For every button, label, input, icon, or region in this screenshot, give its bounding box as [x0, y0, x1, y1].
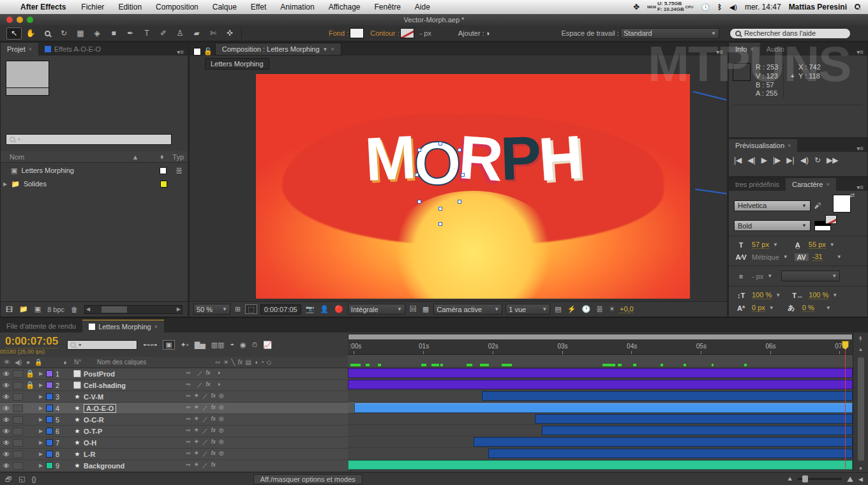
dropbox-icon[interactable]: ✥	[633, 3, 640, 11]
layer-name[interactable]: C-V-M	[84, 393, 186, 401]
layer-label-swatch[interactable]	[46, 428, 53, 435]
new-folder-icon[interactable]: 📁	[19, 305, 28, 313]
layer-disclosure-icon[interactable]: ▶	[36, 405, 46, 411]
layer-row-o-h[interactable]: 👁 ▶ 7 ★ O-H ∾ ☀ ／ fx ◎	[0, 437, 348, 449]
zoom-tool[interactable]	[40, 27, 55, 40]
layer-row-postprod[interactable]: 👁 🔒 ▶ 1 ⬜ PostProd ∾ ／ fx ◑	[0, 368, 348, 380]
layer-disclosure-icon[interactable]: ▶	[36, 451, 46, 457]
kerning-value[interactable]: Métrique	[752, 253, 779, 261]
layer-duration-bar[interactable]	[488, 449, 853, 458]
expand-layer-switches-icon[interactable]: 🗗	[5, 475, 12, 483]
quality-slash-icon[interactable]: ／	[202, 450, 208, 458]
layer-name[interactable]: O-T-P	[84, 428, 186, 435]
hand-tool[interactable]: ✋	[23, 27, 38, 40]
quality-slash-icon[interactable]: ／	[197, 369, 203, 378]
fill-color-swatch[interactable]	[350, 28, 364, 38]
sort-icon[interactable]: ▲	[131, 153, 138, 161]
tab-info[interactable]: Info×	[729, 43, 760, 56]
tsume-value[interactable]: 0 %	[802, 304, 814, 312]
clone-stamp-tool[interactable]: ♙	[172, 27, 188, 40]
safe-margins-icon[interactable]: ⊞	[234, 305, 242, 313]
work-area-bar[interactable]	[348, 334, 853, 340]
quality-icon[interactable]: ☀	[194, 427, 199, 435]
expand-transfer-modes-icon[interactable]: ◱	[19, 475, 25, 483]
font-size-value[interactable]: 57 px	[752, 241, 769, 249]
add-shape-button[interactable]: ◑	[486, 29, 490, 37]
magnification-dropdown[interactable]: 50 %▼	[193, 304, 230, 315]
layer-audio-cell[interactable]	[13, 405, 23, 412]
quality-icon[interactable]: ☀	[194, 404, 199, 412]
motion-blur-icon[interactable]: ▥▥	[211, 341, 225, 349]
layer-disclosure-icon[interactable]: ▶	[36, 394, 46, 399]
layer-visibility-icon[interactable]: 👁	[0, 393, 13, 401]
layer-name[interactable]: O-C-R	[84, 416, 186, 424]
tag-icon[interactable]: ⬧	[160, 153, 163, 161]
viewer-subtab-letters-morphing[interactable]: Letters Morphing	[205, 58, 269, 70]
tab-timeline-letters-morphing[interactable]: Letters Morphing×	[82, 320, 164, 332]
path-handle[interactable]	[438, 207, 442, 211]
quality-slash-icon[interactable]: ／	[202, 461, 208, 470]
quality-slash-icon[interactable]: ／	[202, 392, 208, 401]
layer-name[interactable]: L-R	[84, 451, 186, 458]
layer-disclosure-icon[interactable]: ▶	[36, 463, 46, 468]
panel-menu-icon[interactable]: ▾≡	[177, 48, 188, 56]
time-machine-icon[interactable]: 🕔	[701, 3, 710, 11]
zoom-out-mountain-icon[interactable]: ⛰	[788, 476, 792, 482]
close-window-button[interactable]	[6, 17, 13, 23]
tab-render-queue[interactable]: File d'attente de rendu	[0, 320, 82, 332]
next-frame-button[interactable]: |▶	[773, 156, 781, 165]
parent-pickwhip-icon[interactable]: ∾	[186, 450, 191, 458]
delete-icon[interactable]: 🗑	[71, 306, 78, 313]
label-swatch[interactable]	[160, 167, 167, 174]
grid-guides-icon[interactable]: ▤	[553, 305, 562, 313]
path-handle[interactable]	[458, 200, 461, 204]
motion-blur-toggle[interactable]: ◎	[219, 404, 224, 412]
menu-user[interactable]: Mattias Peresini	[789, 3, 847, 11]
layer-disclosure-icon[interactable]: ▶	[36, 417, 46, 422]
layer-visibility-icon[interactable]: 👁	[0, 416, 13, 424]
quality-icon[interactable]: ☀	[194, 438, 199, 447]
fx-icon[interactable]: fx	[211, 404, 216, 412]
layer-visibility-icon[interactable]: 👁	[0, 462, 13, 470]
hide-shy-layers-icon[interactable]: ✦▫	[181, 341, 189, 349]
auto-keyframe-icon[interactable]: ◉	[240, 341, 246, 349]
layer-visibility-icon[interactable]: 👁	[0, 382, 13, 389]
exposure-value[interactable]: +0,0	[620, 305, 634, 313]
layer-row-a-o-e-o[interactable]: 👁 ▶ 4 ★ A-O-E-O ∾ ☀ ／ fx ◎	[0, 403, 348, 414]
parent-pickwhip-icon[interactable]: ∾	[186, 404, 191, 412]
quality-slash-icon[interactable]: ／	[202, 404, 208, 412]
project-depth-value[interactable]: 8 bpc	[47, 306, 64, 313]
snapshot-icon[interactable]: 📷	[304, 305, 316, 313]
menu-item-animation[interactable]: Animation	[280, 3, 314, 11]
flowchart-icon[interactable]: 품	[595, 304, 604, 314]
mask-visibility-icon[interactable]: ⚡	[566, 305, 578, 313]
exposure-icon[interactable]: ☀	[608, 305, 617, 313]
graph-editor-icon[interactable]: 📈	[263, 341, 272, 349]
layer-visibility-icon[interactable]: 👁	[0, 451, 13, 458]
layer-label-swatch[interactable]	[46, 382, 53, 389]
pen-tool[interactable]: ✒	[123, 27, 138, 40]
motion-blur-toggle[interactable]: ◎	[219, 450, 224, 458]
layer-row-cell-shading[interactable]: 👁 🔒 ▶ 2 ⬜ Cell-shading ∾ ／ fx ◑	[0, 380, 348, 391]
parent-pickwhip-icon[interactable]: ∾	[186, 369, 191, 378]
layer-label-swatch[interactable]	[46, 393, 53, 400]
first-frame-button[interactable]: |◀	[734, 156, 742, 165]
quality-icon[interactable]: ☀	[194, 450, 199, 458]
layer-name[interactable]: A-O-E-O	[84, 404, 186, 413]
show-channels-icon[interactable]: 🔴	[333, 305, 345, 313]
quality-slash-icon[interactable]: ／	[202, 427, 208, 435]
parent-pickwhip-icon[interactable]: ∾	[186, 438, 191, 447]
layer-duration-bar[interactable]	[474, 437, 853, 447]
layer-duration-bar[interactable]	[535, 414, 853, 424]
stroke-style-dropdown[interactable]: ▼	[781, 271, 840, 281]
timeline-vscrollbar[interactable]: 🖈 ▲ ▼	[853, 332, 868, 472]
current-time-icon[interactable]: 🕐	[580, 305, 592, 313]
baseline-shift-value[interactable]: 0 px	[752, 304, 765, 312]
swap-fill-stroke-icon[interactable]: ⇄	[849, 192, 855, 198]
layer-audio-cell[interactable]	[13, 393, 23, 401]
stroke-color-swatch[interactable]	[400, 28, 414, 38]
adjustment-toggle[interactable]: ◑	[217, 381, 220, 389]
layer-name[interactable]: PostProd	[84, 370, 186, 378]
interpret-footage-icon[interactable]: 🎞	[6, 306, 13, 313]
layer-visibility-icon[interactable]: 👁	[0, 428, 13, 435]
